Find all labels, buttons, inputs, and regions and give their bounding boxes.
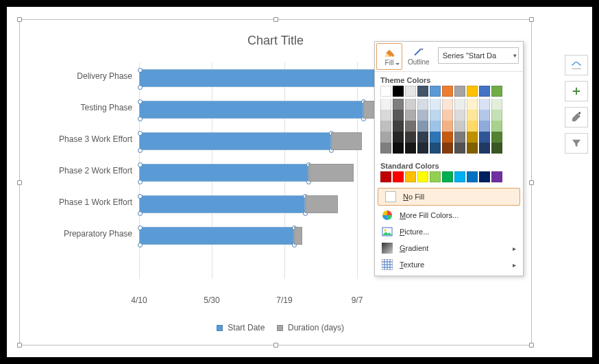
color-swatch[interactable] (467, 171, 478, 182)
resize-handle[interactable] (17, 17, 22, 22)
color-swatch[interactable] (491, 171, 502, 182)
color-swatch[interactable] (417, 86, 428, 97)
color-swatch[interactable] (442, 86, 453, 97)
color-swatch[interactable] (405, 86, 416, 97)
color-swatch[interactable] (380, 99, 391, 110)
color-swatch[interactable] (454, 121, 465, 132)
color-swatch[interactable] (430, 99, 441, 110)
outline-button[interactable]: Outline (402, 43, 435, 69)
series-select-handle[interactable] (138, 226, 143, 230)
chart-styles-button[interactable] (565, 107, 588, 128)
color-swatch[interactable] (393, 86, 404, 97)
bar-series-start-date[interactable] (139, 164, 308, 182)
color-swatch[interactable] (491, 99, 502, 110)
resize-handle[interactable] (529, 17, 534, 22)
color-swatch[interactable] (380, 143, 391, 154)
bar-series-start-date[interactable] (139, 227, 294, 245)
series-select-handle[interactable] (138, 85, 143, 90)
color-swatch[interactable] (479, 121, 490, 132)
color-swatch[interactable] (491, 121, 502, 132)
color-swatch[interactable] (491, 132, 502, 143)
series-select-handle[interactable] (138, 162, 143, 167)
color-swatch[interactable] (380, 86, 391, 97)
chart-elements-button[interactable] (565, 55, 588, 75)
color-swatch[interactable] (430, 110, 441, 121)
series-select-handle[interactable] (138, 68, 143, 73)
series-select-handle[interactable] (138, 131, 143, 136)
color-swatch[interactable] (479, 143, 490, 154)
color-swatch[interactable] (430, 86, 441, 97)
color-swatch[interactable] (417, 171, 428, 182)
color-swatch[interactable] (393, 110, 404, 121)
color-swatch[interactable] (454, 99, 465, 110)
color-swatch[interactable] (442, 143, 453, 154)
color-swatch[interactable] (430, 132, 441, 143)
resize-handle[interactable] (273, 343, 278, 348)
color-swatch[interactable] (430, 171, 441, 182)
resize-handle[interactable] (17, 180, 22, 185)
plot-area[interactable]: Delivery PhaseTesting PhasePhase 3 Work … (139, 62, 386, 279)
color-swatch[interactable] (467, 132, 478, 143)
fill-button[interactable]: Fill (376, 43, 402, 70)
color-swatch[interactable] (393, 132, 404, 143)
color-swatch[interactable] (479, 99, 490, 110)
color-swatch[interactable] (442, 99, 453, 110)
color-swatch[interactable] (467, 121, 478, 132)
resize-handle[interactable] (529, 180, 534, 185)
color-swatch[interactable] (479, 86, 490, 97)
series-select-handle[interactable] (138, 180, 143, 184)
color-swatch[interactable] (430, 143, 441, 154)
color-swatch[interactable] (417, 132, 428, 143)
chart-row[interactable]: Testing Phase (139, 94, 386, 125)
bar-series-duration[interactable] (294, 227, 302, 245)
color-swatch[interactable] (491, 86, 502, 97)
resize-handle[interactable] (273, 17, 278, 22)
gradient-menu-item[interactable]: Gradient ▸ (375, 240, 523, 256)
chart-row[interactable]: Phase 2 Work Effort (139, 157, 386, 189)
color-swatch[interactable] (380, 132, 391, 143)
color-swatch[interactable] (393, 143, 404, 154)
chart-row[interactable]: Preparatory Phase (139, 220, 386, 252)
color-swatch[interactable] (380, 171, 391, 182)
color-swatch[interactable] (467, 86, 478, 97)
chart-row[interactable]: Phase 3 Work Effort (139, 125, 386, 157)
series-select-handle[interactable] (138, 243, 143, 247)
series-select-handle[interactable] (138, 194, 143, 199)
color-swatch[interactable] (491, 143, 502, 154)
series-select-handle[interactable] (138, 99, 143, 104)
series-selector[interactable]: Series "Start Da ▾ (438, 47, 519, 64)
bar-series-duration[interactable] (308, 164, 354, 182)
no-fill-menu-item[interactable]: No Fill (378, 188, 520, 206)
bar-series-start-date[interactable] (139, 69, 386, 87)
resize-handle[interactable] (17, 343, 22, 348)
color-swatch[interactable] (442, 132, 453, 143)
bar-series-duration[interactable] (331, 132, 362, 150)
color-swatch[interactable] (454, 171, 465, 182)
chart-filters-button[interactable] (565, 133, 588, 154)
color-swatch[interactable] (430, 121, 441, 132)
color-swatch[interactable] (405, 171, 416, 182)
series-select-handle[interactable] (138, 211, 143, 216)
color-swatch[interactable] (454, 110, 465, 121)
color-swatch[interactable] (405, 110, 416, 121)
color-swatch[interactable] (417, 99, 428, 110)
color-swatch[interactable] (417, 121, 428, 132)
color-swatch[interactable] (405, 143, 416, 154)
resize-handle[interactable] (529, 343, 534, 348)
color-swatch[interactable] (442, 171, 453, 182)
color-swatch[interactable] (491, 110, 502, 121)
color-swatch[interactable] (405, 132, 416, 143)
color-swatch[interactable] (454, 86, 465, 97)
color-swatch[interactable] (454, 143, 465, 154)
texture-menu-item[interactable]: Texture ▸ (375, 256, 523, 273)
more-fill-colors-menu-item[interactable]: More Fill Colors... (375, 207, 523, 223)
color-swatch[interactable] (393, 171, 404, 182)
color-swatch[interactable] (380, 110, 391, 121)
chart-row[interactable]: Phase 1 Work Effort (139, 189, 386, 220)
color-swatch[interactable] (393, 121, 404, 132)
chart-legend[interactable]: Start Date Duration (days) (20, 323, 531, 332)
bar-series-start-date[interactable] (139, 132, 331, 150)
color-swatch[interactable] (467, 110, 478, 121)
color-swatch[interactable] (442, 110, 453, 121)
color-swatch[interactable] (393, 99, 404, 110)
